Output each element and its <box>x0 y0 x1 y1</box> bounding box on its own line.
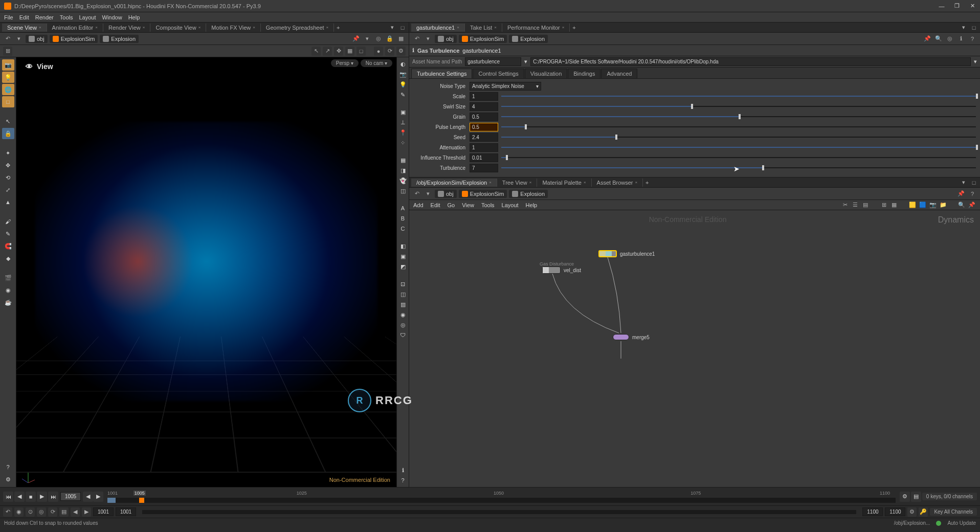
select2-icon[interactable]: ↗ <box>323 47 332 56</box>
tab-performance[interactable]: Performance Monitor× <box>502 24 570 32</box>
param-slider[interactable] <box>501 134 976 141</box>
close-icon[interactable]: × <box>95 25 98 30</box>
display-3-icon[interactable]: 🛡 <box>398 330 408 340</box>
asset-name-input[interactable] <box>465 57 521 66</box>
close-icon[interactable]: × <box>457 25 459 30</box>
net-menu-add[interactable]: Add <box>413 202 424 208</box>
display-x-icon[interactable]: ⊡ <box>398 279 408 289</box>
net-menu-tools[interactable]: Tools <box>481 202 495 208</box>
tool-cup-icon[interactable]: ☕ <box>2 297 14 308</box>
grid-icon[interactable]: ▦ <box>396 34 406 43</box>
camera-persp-label[interactable]: Persp ▾ <box>331 59 359 67</box>
transform-icon[interactable]: ✥ <box>334 47 343 56</box>
net-menu-view[interactable]: View <box>462 202 474 208</box>
net-tool-icon[interactable]: 🟦 <box>919 201 927 209</box>
tab-geo-spreadsheet[interactable]: Geometry Spreadsheet× <box>261 24 334 32</box>
bc-icon[interactable]: ⊙ <box>26 507 35 517</box>
param-input-swirl-size[interactable] <box>470 102 498 111</box>
display-shaded-icon[interactable]: ◨ <box>398 166 408 175</box>
tab-scene-view[interactable]: Scene View× <box>2 24 47 32</box>
param-slider[interactable] <box>501 93 976 100</box>
tool-move-icon[interactable]: ✥ <box>2 160 14 171</box>
display-c-icon[interactable]: C <box>398 224 408 233</box>
close-icon[interactable]: × <box>39 25 41 30</box>
net-tool-icon[interactable]: 🟨 <box>908 201 917 209</box>
display-xray-icon[interactable]: ◫ <box>398 186 408 195</box>
net-menu-go[interactable]: Go <box>448 202 455 208</box>
net-menu-layout[interactable]: Layout <box>502 202 519 208</box>
path-explosion[interactable]: Explosion <box>100 35 139 43</box>
display-u-icon[interactable]: ◧ <box>398 241 408 251</box>
tool-select-icon[interactable]: ↖ <box>2 116 14 127</box>
net-tool-icon[interactable]: ▤ <box>861 201 870 209</box>
menu-tools[interactable]: Tools <box>60 14 73 20</box>
bc-icon[interactable]: ⚙ <box>907 507 917 517</box>
tab-material-palette[interactable]: Material Palette× <box>537 179 591 187</box>
display-normals-icon[interactable]: ⊥ <box>398 118 408 127</box>
forward-icon[interactable]: ▾ <box>424 34 433 43</box>
tab-take-list[interactable]: Take List× <box>465 24 502 32</box>
dropdown-icon[interactable]: ▾ <box>524 58 527 65</box>
param-slider[interactable] <box>501 103 976 110</box>
menu-window[interactable]: Window <box>102 14 122 20</box>
display-wire-icon[interactable]: ▦ <box>398 156 408 165</box>
close-icon[interactable]: × <box>326 25 329 30</box>
param-slider[interactable] <box>501 164 976 171</box>
play-button[interactable]: ▶ <box>37 492 47 502</box>
select-icon[interactable]: ↖ <box>311 47 321 56</box>
network-view[interactable]: Non-Commercial Edition Dynamics gasturbu… <box>409 210 980 487</box>
path-dropdown-icon[interactable]: ▾ <box>363 34 372 43</box>
record-icon[interactable]: ● <box>374 47 383 56</box>
back-icon[interactable]: ↶ <box>412 34 421 43</box>
tab-advanced[interactable]: Advanced <box>601 69 637 78</box>
param-slider[interactable] <box>501 154 976 161</box>
tab-visualization[interactable]: Visualization <box>525 69 568 78</box>
add-tab-button[interactable]: + <box>334 24 342 32</box>
pin-icon[interactable]: 📌 <box>968 201 976 209</box>
close-icon[interactable]: × <box>489 180 492 185</box>
display-pin-icon[interactable]: 📍 <box>398 128 408 137</box>
add-tab-button[interactable]: + <box>570 24 578 32</box>
forward-icon[interactable]: ▾ <box>424 189 433 198</box>
net-menu-edit[interactable]: Edit <box>431 202 440 208</box>
play-reverse-button[interactable]: ◀ <box>14 492 25 502</box>
path-obj[interactable]: obj <box>435 190 457 198</box>
display-2-icon[interactable]: ◎ <box>398 320 408 329</box>
range-slider[interactable] <box>142 510 856 514</box>
pane-menu-icon[interactable]: ▾ <box>960 179 968 187</box>
tool-paint-icon[interactable]: ✎ <box>2 228 14 239</box>
info-icon[interactable]: ℹ <box>412 47 414 54</box>
tool-magnet-icon[interactable]: 🧲 <box>2 240 14 252</box>
bc-icon[interactable]: 🔑 <box>919 507 928 517</box>
tool-misc-icon[interactable]: ◆ <box>2 253 14 264</box>
close-icon[interactable]: × <box>529 180 532 185</box>
tab-render-view[interactable]: Render View× <box>103 24 150 32</box>
menu-render[interactable]: Render <box>35 14 54 20</box>
timeline-opt-icon[interactable]: ⚙ <box>900 492 910 502</box>
net-tool-icon[interactable]: 📁 <box>939 201 947 209</box>
viewport-3d[interactable]: 👁 View Persp ▾ No cam ▾ Non-Commercial E… <box>16 57 396 487</box>
path-obj[interactable]: obj <box>26 35 48 43</box>
step-back-button[interactable]: ◀ <box>83 492 93 502</box>
display-edit-icon[interactable]: ✎ <box>398 90 408 99</box>
back-icon[interactable]: ↶ <box>412 189 421 198</box>
display-info-icon[interactable]: ℹ <box>398 465 408 475</box>
pane-menu-icon[interactable]: ▾ <box>388 24 396 32</box>
param-slider[interactable] <box>501 113 976 120</box>
pane-menu-icon[interactable]: ▾ <box>960 24 968 32</box>
tool-env-icon[interactable]: 🌐 <box>2 84 14 95</box>
close-icon[interactable]: × <box>494 25 497 30</box>
net-tool-icon[interactable]: 📷 <box>929 201 937 209</box>
tab-control-settings[interactable]: Control Settings <box>473 69 524 78</box>
net-tool-icon[interactable]: ✂ <box>841 201 849 209</box>
close-button[interactable]: ✕ <box>969 3 976 10</box>
menu-layout[interactable]: Layout <box>79 14 96 20</box>
menu-edit[interactable]: Edit <box>19 14 29 20</box>
tab-gasturbulence[interactable]: gasturbulence1× <box>411 24 465 32</box>
stop-button[interactable]: ■ <box>26 492 36 502</box>
menu-help[interactable]: Help <box>128 14 140 20</box>
close-icon[interactable]: × <box>562 25 565 30</box>
node-vel-dist[interactable]: vel_dist <box>542 267 581 274</box>
bc-icon[interactable]: ▶ <box>82 507 91 517</box>
tab-animation-editor[interactable]: Animation Editor× <box>47 24 103 32</box>
